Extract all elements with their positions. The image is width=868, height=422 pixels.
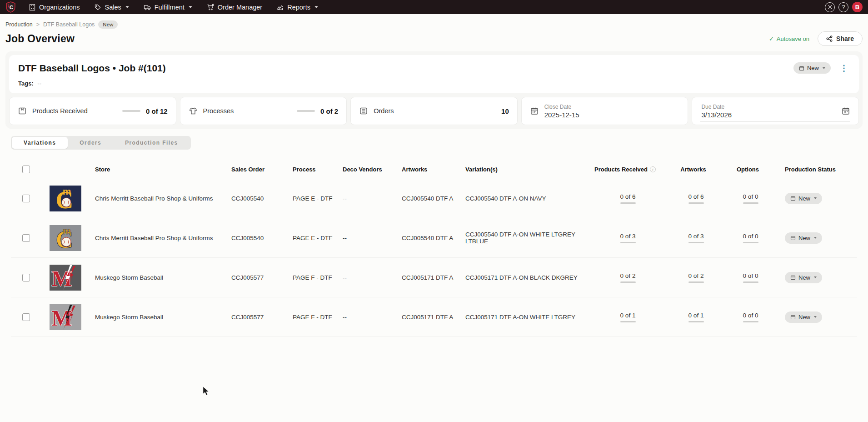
row-status-dropdown[interactable]: New xyxy=(785,311,822,323)
tab-orders[interactable]: Orders xyxy=(68,137,113,149)
nav-item-sales[interactable]: Sales xyxy=(94,4,129,11)
svg-text:m: m xyxy=(62,186,71,196)
process: PAGE F - DTF xyxy=(287,314,337,321)
nav-item-fulfillment[interactable]: Fulfillment xyxy=(144,4,192,11)
count-value: 0 of 1 xyxy=(688,312,704,319)
select-all-checkbox[interactable] xyxy=(22,166,30,173)
row-checkbox[interactable] xyxy=(22,234,30,242)
nav-item-label: Fulfillment xyxy=(155,4,185,11)
column-header-deco-vendors: Deco Vendors xyxy=(337,166,396,173)
tab-variations[interactable]: Variations xyxy=(12,137,68,149)
user-avatar[interactable]: B xyxy=(852,2,863,12)
sales-order: CCJ005577 xyxy=(226,314,287,321)
settings-button[interactable] xyxy=(825,2,835,12)
breadcrumb-production-link[interactable]: Production xyxy=(5,21,33,28)
job-status-dropdown[interactable]: New xyxy=(793,62,831,74)
share-button[interactable]: Share xyxy=(818,31,863,46)
row-checkbox[interactable] xyxy=(22,274,30,281)
nav-item-label: Sales xyxy=(105,4,121,11)
top-nav: C Organizations Sales Fulfillment xyxy=(0,0,868,14)
table-row: C m Chris Merritt Baseball Pro Shop & Un… xyxy=(11,179,857,218)
deco-vendors: -- xyxy=(337,195,396,202)
chevron-down-icon xyxy=(125,6,129,8)
store-name: Muskego Storm Baseball xyxy=(90,314,226,321)
row-checkbox[interactable] xyxy=(22,195,30,202)
row-status-dropdown[interactable]: New xyxy=(785,193,822,204)
count-progress-bar xyxy=(743,242,758,243)
package-icon xyxy=(18,106,27,116)
nav-item-organizations[interactable]: Organizations xyxy=(29,4,80,11)
count-progress-bar xyxy=(743,281,758,283)
stat-label: Processes xyxy=(203,107,234,115)
store-name: Muskego Storm Baseball xyxy=(90,274,226,281)
svg-text:C: C xyxy=(10,5,13,10)
tags-value: -- xyxy=(37,80,41,87)
stat-card-orders: Orders 10 xyxy=(350,97,518,125)
chevron-down-icon xyxy=(814,237,817,239)
info-icon[interactable]: i xyxy=(650,166,656,172)
artworks-count: 0 of 2 xyxy=(665,272,722,283)
store-logo: M xyxy=(50,304,81,330)
breadcrumb-current[interactable]: DTF Baseball Logos xyxy=(43,21,95,28)
column-header-production-status: Production Status xyxy=(774,166,857,173)
stat-card-close-date: Close Date 2025-12-15 xyxy=(521,97,688,125)
stat-value: 10 xyxy=(501,107,509,115)
count-progress-bar xyxy=(688,242,704,243)
row-status-dropdown[interactable]: New xyxy=(785,232,822,244)
table-row: C m Chris Merritt Baseball Pro Shop & Un… xyxy=(11,218,857,258)
close-date-value: 2025-12-15 xyxy=(544,111,579,119)
column-header-artworks: Artworks xyxy=(396,166,460,173)
variation: CCJ005171 DTF A-ON BLACK DKGREY xyxy=(460,274,585,281)
stat-card-due-date[interactable]: Due Date 3/13/2026 xyxy=(692,97,859,125)
tab-production-files[interactable]: Production Files xyxy=(113,137,190,149)
due-date-value[interactable]: 3/13/2026 xyxy=(701,111,732,119)
nav-item-reports[interactable]: Reports xyxy=(277,4,318,11)
chevron-down-icon xyxy=(189,6,192,8)
stat-label: Products Received xyxy=(32,107,88,115)
column-header-products-received: Products Received i xyxy=(585,166,665,173)
variation: CCJ005540 DTF A-ON NAVY xyxy=(460,195,585,202)
store-logo: C m xyxy=(50,225,81,251)
count-progress-bar xyxy=(688,321,704,322)
job-status-label: New xyxy=(807,65,819,71)
artworks-count: 0 of 6 xyxy=(665,193,722,204)
sales-order: CCJ005577 xyxy=(226,274,287,281)
breadcrumb-status-badge: New xyxy=(98,20,118,29)
count-value: 0 of 3 xyxy=(688,233,704,240)
table-row: M Muskego Storm Baseball CCJ005577 PAGE … xyxy=(11,297,857,337)
row-checkbox[interactable] xyxy=(22,313,30,321)
count-value: 0 of 0 xyxy=(743,312,758,319)
app-logo[interactable]: C xyxy=(5,1,16,13)
row-status-dropdown[interactable]: New xyxy=(785,272,822,283)
artworks: CCJ005171 DTF A xyxy=(396,274,460,281)
variation: CCJ005540 DTF A-ON WHITE LTGREY LTBLUE xyxy=(460,231,585,245)
count-value: 0 of 3 xyxy=(620,233,636,240)
close-date-label: Close Date xyxy=(544,104,579,110)
help-button[interactable]: ? xyxy=(838,2,848,12)
store-logo: C m xyxy=(50,186,81,211)
archive-box-icon xyxy=(790,196,796,201)
count-value: 0 of 1 xyxy=(620,312,636,319)
store-name: Chris Merritt Baseball Pro Shop & Unifor… xyxy=(90,235,226,241)
nav-item-label: Organizations xyxy=(39,4,80,11)
chevron-down-icon xyxy=(814,316,817,318)
check-icon: ✓ xyxy=(769,35,774,42)
job-more-actions-button[interactable]: ⋮ xyxy=(838,63,850,73)
row-status-label: New xyxy=(798,314,810,321)
artworks: CCJ005171 DTF A xyxy=(396,314,460,321)
stats-row: Products Received 0 of 12 Processes 0 of… xyxy=(9,97,859,125)
artworks: CCJ005540 DTF A xyxy=(396,235,460,241)
archive-box-icon xyxy=(790,235,796,241)
nav-menu: Organizations Sales Fulfillment Order Ma… xyxy=(29,4,318,11)
column-header-options: Options xyxy=(722,166,774,173)
nav-item-order-manager[interactable]: Order Manager xyxy=(207,4,262,11)
stat-value: 0 of 12 xyxy=(146,107,168,115)
shield-logo-icon: C xyxy=(5,1,16,13)
breadcrumb: Production > DTF Baseball Logos New xyxy=(5,20,863,29)
calendar-icon[interactable] xyxy=(841,106,850,116)
column-header-artworks-count: Artworks xyxy=(665,166,722,173)
artworks-count: 0 of 3 xyxy=(665,233,722,243)
autosave-label: Autosave on xyxy=(777,35,809,42)
share-icon xyxy=(826,35,833,42)
row-status-label: New xyxy=(798,274,810,281)
